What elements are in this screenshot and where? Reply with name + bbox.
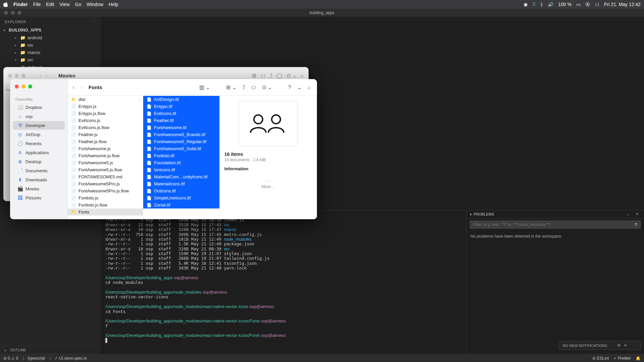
- tag-icon[interactable]: ⬭: [250, 84, 257, 91]
- column-file[interactable]: 📄Entypo.js.flow: [68, 110, 143, 117]
- menu-help[interactable]: Help: [109, 2, 118, 7]
- column-file-selected[interactable]: 📄EvilIcons.ttf: [143, 110, 219, 117]
- column-file-selected[interactable]: 📄Feather.ttf: [143, 117, 219, 124]
- chevron-down-icon[interactable]: ▾: [3, 28, 7, 32]
- view-columns-icon[interactable]: ▥ ⌄: [198, 83, 211, 91]
- nav-back-icon[interactable]: ‹: [72, 84, 74, 91]
- status-bell-icon[interactable]: 🔔: [636, 356, 641, 361]
- column-file[interactable]: 📄EvilIcons.js.flow: [68, 124, 143, 131]
- column-file[interactable]: 📄Entypo.js: [68, 103, 143, 110]
- tree-folder[interactable]: ▸📁android: [3, 34, 101, 41]
- menu-window[interactable]: Window: [87, 2, 103, 7]
- sidebar-item-movies[interactable]: 🎬Movies: [13, 184, 65, 193]
- search-icon[interactable]: ⌕: [306, 84, 312, 91]
- menubar-clock[interactable]: Fri 21. May 12:42: [604, 2, 641, 7]
- sidebar-item-downloads[interactable]: ⬇Downloads: [13, 175, 65, 184]
- wifi-icon[interactable]: ⦿: [585, 2, 590, 7]
- column-file-selected[interactable]: 📄MaterialIcons.ttf: [143, 180, 219, 187]
- menubar-status-icon[interactable]: ⠿: [532, 2, 536, 7]
- battery-icon[interactable]: ▭: [576, 2, 581, 7]
- volume-icon[interactable]: 🔊: [548, 2, 553, 7]
- menu-file[interactable]: File: [33, 2, 41, 7]
- chevron-right-icon[interactable]: ▸: [5, 348, 8, 352]
- sidebar-item-documents[interactable]: 📄Documents: [13, 166, 65, 175]
- column-file-selected[interactable]: 📄Entypo.ttf: [143, 103, 219, 110]
- column-folder[interactable]: 📁dist›: [68, 96, 143, 103]
- vscode-terminal[interactable]: -rw-r--r-- 1 osp staff 245B May 16 11:14…: [101, 210, 466, 354]
- column-file-selected[interactable]: 📄FontAwesome5_Regular.ttf: [143, 138, 219, 145]
- chevron-down-icon[interactable]: ▾: [470, 213, 472, 216]
- sidebar-item-pictures[interactable]: 🖼Pictures: [13, 193, 65, 202]
- sidebar-item-desktop[interactable]: 🖥Desktop: [13, 157, 65, 166]
- preview-more-label[interactable]: More…: [224, 184, 312, 189]
- column-file-selected[interactable]: 📄Ionicons.ttf: [143, 166, 219, 173]
- sidebar-item-osp[interactable]: ⌂osp: [13, 112, 65, 121]
- column-file[interactable]: 📄FontAwesome5.js: [68, 159, 143, 166]
- project-root-label[interactable]: BUILDING_APPS: [9, 28, 41, 33]
- column-file-selected[interactable]: 📄FontAwesome5_Solid.ttf: [143, 145, 219, 152]
- column-file[interactable]: 📄Feather.js: [68, 131, 143, 138]
- notification-toast[interactable]: NO NEW NOTIFICATIONS ⚙ ✕: [558, 341, 641, 350]
- column-file[interactable]: 📄FontAwesome5Pro.js: [68, 180, 143, 187]
- menubar-app-name[interactable]: Finder: [13, 2, 28, 7]
- problems-header-label[interactable]: PROBLEMS: [474, 212, 494, 216]
- menubar-status-icon[interactable]: ◉: [524, 2, 528, 7]
- finder-column-1[interactable]: 📁dist›📄Entypo.js📄Entypo.js.flow📄EvilIcon…: [68, 96, 143, 219]
- finder-window-fonts[interactable]: Favourites ⬜Dropbox⌂osp⚒Developer◎AirDro…: [10, 79, 317, 219]
- tree-folder[interactable]: ▸📁macos: [3, 49, 101, 56]
- sidebar-item-developer[interactable]: ⚒Developer: [13, 121, 65, 130]
- column-file-selected[interactable]: 📄FontAwesome.ttf: [143, 124, 219, 131]
- control-center-icon[interactable]: ⫶⫶: [595, 2, 599, 7]
- sidebar-item-applications[interactable]: AApplications: [13, 148, 65, 157]
- toast-close-icon[interactable]: ✕: [624, 343, 627, 348]
- filter-icon[interactable]: ⚗: [634, 222, 638, 227]
- bluetooth-icon[interactable]: ᛒ: [540, 2, 543, 7]
- status-errors[interactable]: ⊘ 0 ⚠ 0: [3, 356, 18, 361]
- close-button[interactable]: [15, 84, 19, 88]
- column-file[interactable]: 📄Feather.js.flow: [68, 138, 143, 145]
- panel-collapse-icon[interactable]: ⌄: [625, 212, 631, 218]
- status-eslint[interactable]: ⊘ ESLint: [592, 356, 609, 361]
- sidebar-item-dropbox[interactable]: ⬜Dropbox: [13, 103, 65, 112]
- column-file[interactable]: 📄FontAwesome5Pro.js.flow: [68, 187, 143, 194]
- tree-folder[interactable]: ▸📁ios: [3, 41, 101, 49]
- column-file-selected[interactable]: 📄Foundation.ttf: [143, 159, 219, 166]
- apple-logo-icon[interactable]: [3, 2, 8, 7]
- column-file[interactable]: 📄FontAwesome5.js.flow: [68, 166, 143, 173]
- column-file-selected[interactable]: 📄Octicons.ttf: [143, 187, 219, 194]
- column-file-selected[interactable]: 📄FontAwesome5_Brands.ttf: [143, 131, 219, 138]
- status-prettier[interactable]: ✓ Prettier: [613, 356, 631, 361]
- window-traffic-lights[interactable]: [4, 11, 21, 15]
- nav-forward-icon[interactable]: ›: [80, 84, 83, 91]
- minimize-button[interactable]: [21, 84, 25, 88]
- info-icon[interactable]: ?: [287, 84, 292, 91]
- share-icon[interactable]: ⤴: [241, 84, 247, 91]
- column-file[interactable]: 📄FontAwesome.js.flow: [68, 152, 143, 159]
- sidebar-item-airdrop[interactable]: ◎AirDrop: [13, 130, 65, 139]
- column-file-selected[interactable]: 📄Zocial.ttf: [143, 201, 219, 208]
- column-file-selected[interactable]: 📄Fontisto.ttf: [143, 152, 219, 159]
- zoom-button[interactable]: [28, 84, 32, 88]
- column-file-selected[interactable]: 📄MaterialCom…unityIcons.ttf: [143, 173, 219, 180]
- status-test-file[interactable]: | ✓ UI.store.spec.ts: [50, 356, 87, 361]
- dropdown-icon[interactable]: ⌄: [296, 83, 303, 91]
- outline-label[interactable]: OUTLINE: [10, 348, 26, 352]
- column-file[interactable]: 📄EvilIcons.js: [68, 117, 143, 124]
- sidebar-item-recents[interactable]: 🕘Recents: [13, 139, 65, 148]
- column-file[interactable]: 📄FontAwesome.js: [68, 145, 143, 152]
- column-file[interactable]: 📄Fontisto.js.flow: [68, 201, 143, 208]
- actions-icon[interactable]: ⊙ ⌄: [261, 83, 273, 91]
- finder-column-2[interactable]: 📄AntDesign.ttf📄Entypo.ttf📄EvilIcons.ttf📄…: [143, 96, 220, 219]
- menu-edit[interactable]: Edit: [46, 2, 54, 7]
- tree-folder[interactable]: ▾📁src: [3, 56, 101, 63]
- status-language[interactable]: | typescript: [23, 356, 45, 361]
- panel-close-icon[interactable]: ✕: [634, 212, 640, 218]
- more-ellipsis-icon[interactable]: ⋯: [224, 178, 312, 184]
- menu-go[interactable]: Go: [75, 2, 82, 7]
- column-file[interactable]: 📄Fontisto.js: [68, 194, 143, 201]
- toast-gear-icon[interactable]: ⚙: [617, 343, 621, 348]
- column-folder[interactable]: 📁Fonts›: [68, 208, 143, 216]
- column-file-selected[interactable]: 📄SimpleLineIcons.ttf: [143, 194, 219, 201]
- column-file[interactable]: 📄FONTAWESOME5.md: [68, 173, 143, 180]
- menu-view[interactable]: View: [59, 2, 69, 7]
